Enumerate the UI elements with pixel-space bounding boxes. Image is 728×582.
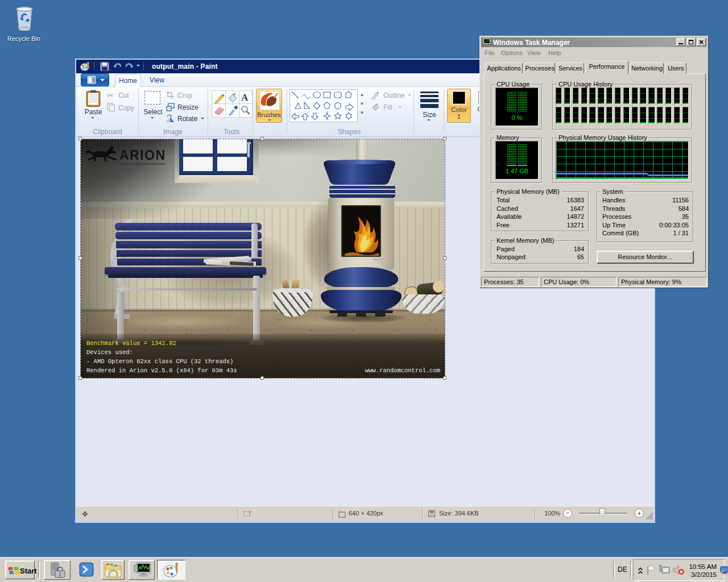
svg-text:A: A [241,92,249,103]
